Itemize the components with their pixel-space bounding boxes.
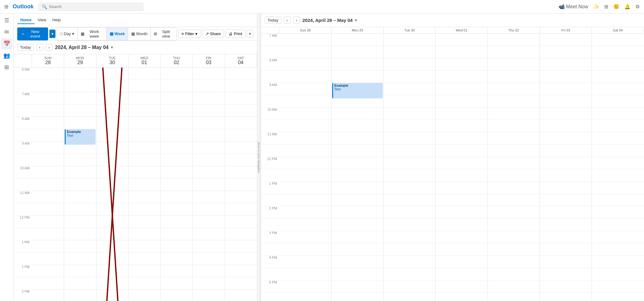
today-button[interactable]: Today: [17, 44, 34, 51]
right-time-labels: 7 AM 8 AM 9 AM 10 AM 11 AM 12 PM 1 PM 2 …: [261, 34, 279, 301]
time-9am: 9 AM: [14, 142, 32, 154]
r-time-1pm: 1 PM: [261, 182, 279, 194]
new-event-caret[interactable]: ▾: [49, 30, 55, 38]
right-header-sat: Sat 04: [592, 27, 644, 33]
filter-caret: ▾: [195, 31, 198, 36]
event-title: Example: [67, 130, 94, 134]
right-col-wed[interactable]: [436, 34, 488, 301]
time-8am: 8 AM: [14, 117, 32, 129]
search-input[interactable]: [49, 4, 140, 9]
new-event-button[interactable]: ＋ New event: [17, 27, 48, 40]
view-month-button[interactable]: ▦ Month: [128, 28, 151, 40]
r-time-9am: 9 AM: [261, 83, 279, 95]
time-col-header: [14, 54, 32, 67]
right-col-thu[interactable]: [488, 34, 540, 301]
right-header-fri: Fri 03: [540, 27, 592, 33]
right-week-caret[interactable]: ▾: [355, 18, 357, 23]
day-header-tue: Tue 30: [96, 54, 128, 67]
day-col-sun[interactable]: [32, 68, 64, 301]
grid-view-button[interactable]: ⊞: [602, 2, 610, 11]
right-col-tue[interactable]: [384, 34, 436, 301]
filter-button[interactable]: ≡ Filter ▾: [178, 30, 201, 38]
r-time-930am: [261, 95, 279, 108]
time-grid: 6 AM 7 AM 8 AM 9 AM 10 AM 11 AM 12 PM 1 …: [14, 68, 257, 301]
day-col-fri[interactable]: [193, 68, 225, 301]
workweek-icon: ▦: [81, 31, 84, 36]
r-time-12pm: 12 PM: [261, 157, 279, 169]
nav-menu-icon[interactable]: ☰: [1, 15, 12, 26]
week-range: 2024, April 28 – May 04: [55, 45, 108, 50]
right-col-mon[interactable]: Example Test: [332, 34, 384, 301]
collapse-button[interactable]: ▾: [247, 30, 253, 38]
tab-view[interactable]: View: [35, 16, 49, 24]
nav-apps-icon[interactable]: ⊞: [1, 62, 12, 73]
search-box: 🔍: [39, 3, 143, 11]
day-header-thu: Thu 02: [161, 54, 193, 67]
day-header-sat: Sat 04: [225, 54, 257, 67]
right-prev-button[interactable]: ‹: [284, 17, 291, 24]
day-col-sat[interactable]: [225, 68, 257, 301]
time-730am: [14, 105, 32, 117]
r-time-230pm: [261, 219, 279, 231]
share-button[interactable]: ↗ Share: [202, 30, 224, 38]
right-col-fri[interactable]: [540, 34, 592, 301]
meet-now-button[interactable]: 📹 Meet Now: [557, 2, 590, 11]
r-time-1230pm: [261, 169, 279, 182]
month-icon: ▦: [131, 31, 135, 36]
notifications-button[interactable]: 🔔: [622, 2, 632, 11]
ai-icon-button[interactable]: ✨: [591, 2, 601, 11]
nav-mail-icon[interactable]: ✉: [1, 27, 12, 38]
view-split-button[interactable]: ⊞ Split view: [151, 28, 177, 40]
view-day-button[interactable]: □ Day ▾: [57, 28, 78, 40]
view-week-button[interactable]: ▦ Week: [107, 28, 128, 40]
r-time-830am: [261, 71, 279, 83]
toolbar: Home View Help: [14, 14, 257, 27]
video-icon: 📹: [559, 4, 565, 9]
tab-home[interactable]: Home: [17, 16, 35, 24]
time-830am: [14, 129, 32, 142]
time-10am: 10 AM: [14, 166, 32, 179]
r-time-130pm: [261, 194, 279, 206]
settings-button[interactable]: ⚙: [634, 2, 642, 11]
week-icon: ▦: [110, 31, 113, 36]
day-col-thu[interactable]: [161, 68, 193, 301]
right-today-button[interactable]: Today: [265, 17, 281, 24]
right-header-mon: Mon 29: [332, 27, 384, 33]
prev-week-button[interactable]: ‹: [36, 44, 43, 51]
main-container: ☰ ✉ 📅 👥 ⊞ Home View Help ＋ New event ▾ □: [0, 14, 644, 301]
time-7am: 7 AM: [14, 92, 32, 105]
day-col-mon[interactable]: Example Test: [64, 68, 96, 301]
print-icon: 🖨: [229, 31, 233, 36]
r-time-4pm: 4 PM: [261, 256, 279, 268]
time-3pm: 3 PM: [14, 290, 32, 301]
right-col-sun[interactable]: [279, 34, 332, 301]
day-col-wed[interactable]: [128, 68, 161, 301]
view-workweek-button[interactable]: ▦ Work week: [78, 28, 107, 40]
day-col-tue[interactable]: [96, 68, 128, 301]
right-time-grid: 7 AM 8 AM 9 AM 10 AM 11 AM 12 PM 1 PM 2 …: [261, 34, 644, 301]
new-event-label: New event: [26, 29, 44, 39]
side-toggle[interactable]: Move to show Navigation: [257, 14, 261, 301]
nav-calendar-icon[interactable]: 📅: [1, 38, 12, 49]
nav-people-icon[interactable]: 👥: [1, 50, 12, 61]
search-icon: 🔍: [42, 4, 47, 9]
week-range-caret[interactable]: ▾: [111, 45, 113, 50]
right-col-sat[interactable]: [592, 34, 644, 301]
calendar-area: Home View Help ＋ New event ▾ □ Day ▾ ▦ W…: [14, 14, 257, 301]
day-caret: ▾: [72, 31, 74, 36]
time-labels: 6 AM 7 AM 8 AM 9 AM 10 AM 11 AM 12 PM 1 …: [14, 68, 32, 301]
day-header-fri: Fri 03: [193, 54, 225, 67]
time-6am: 6 AM: [14, 68, 32, 80]
next-week-button[interactable]: ›: [46, 44, 52, 51]
day-header-mon: Mon 29: [64, 54, 96, 67]
app-grid-icon[interactable]: ⊞: [2, 2, 10, 11]
right-next-button[interactable]: ›: [293, 17, 300, 24]
time-1230pm: [14, 228, 32, 240]
right-event-example[interactable]: Example Test: [332, 83, 383, 98]
time-1130am: [14, 203, 32, 216]
print-button[interactable]: 🖨 Print: [225, 30, 246, 38]
event-example[interactable]: Example Test: [65, 129, 95, 145]
time-12pm: 12 PM: [14, 216, 32, 228]
tab-help[interactable]: Help: [49, 16, 64, 24]
reactions-button[interactable]: 🙂: [611, 2, 621, 11]
